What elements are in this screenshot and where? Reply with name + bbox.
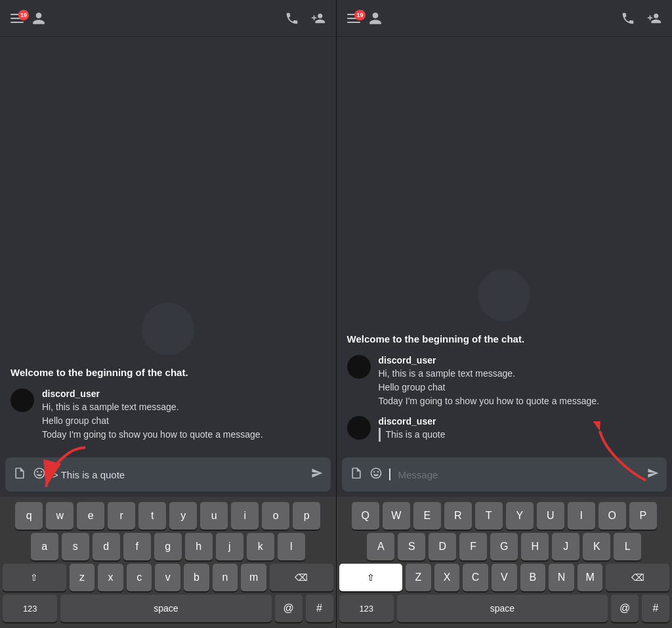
- right-key-A[interactable]: A: [367, 533, 394, 560]
- right-key-T[interactable]: T: [475, 502, 503, 530]
- left-panel: 19 Welcome to the beginning of the chat.…: [0, 0, 336, 628]
- key-q[interactable]: q: [15, 502, 43, 530]
- right-key-hash[interactable]: #: [642, 595, 669, 622]
- key-h[interactable]: h: [185, 533, 213, 560]
- right-message-input[interactable]: [398, 469, 641, 480]
- key-hash[interactable]: #: [306, 595, 333, 622]
- right-key-W[interactable]: W: [383, 502, 410, 530]
- right-key-123[interactable]: 123: [339, 595, 394, 622]
- key-k[interactable]: k: [247, 533, 274, 560]
- key-d[interactable]: d: [93, 533, 120, 560]
- right-call-icon[interactable]: [621, 11, 635, 26]
- right-msg-line-2: Hello group chat: [379, 381, 662, 394]
- right-key-shift[interactable]: ⇧: [339, 564, 403, 591]
- key-r[interactable]: r: [108, 502, 135, 530]
- right-key-D[interactable]: D: [429, 533, 456, 560]
- profile-icon[interactable]: [32, 11, 46, 26]
- right-attachment-icon[interactable]: [350, 467, 363, 483]
- key-z[interactable]: z: [70, 564, 95, 591]
- right-key-K[interactable]: K: [583, 533, 610, 560]
- right-username-1: discord_user: [379, 355, 662, 366]
- left-topbar: 19: [0, 0, 336, 37]
- right-topbar: 19: [337, 0, 673, 37]
- key-f[interactable]: f: [123, 533, 151, 560]
- left-avatar-placeholder: [142, 303, 194, 355]
- right-key-H[interactable]: H: [521, 533, 549, 560]
- add-friend-icon[interactable]: [311, 11, 326, 26]
- right-user-avatar-2: [347, 416, 371, 440]
- left-user-avatar-1: [10, 388, 34, 412]
- notification-badge: 19: [18, 10, 29, 20]
- emoji-icon[interactable]: [33, 467, 46, 483]
- right-key-at[interactable]: @: [611, 595, 639, 622]
- right-profile-icon[interactable]: [368, 11, 383, 26]
- key-b[interactable]: b: [184, 564, 209, 591]
- right-key-P[interactable]: P: [629, 502, 657, 530]
- right-key-V[interactable]: V: [492, 564, 517, 591]
- key-t[interactable]: t: [138, 502, 166, 530]
- hamburger-badge-wrapper[interactable]: 19: [10, 14, 24, 23]
- left-input-bar: > This is a quote: [5, 457, 331, 492]
- key-u[interactable]: u: [200, 502, 228, 530]
- key-j[interactable]: j: [216, 533, 243, 560]
- left-username-1: discord_user: [42, 388, 326, 399]
- key-e[interactable]: e: [77, 502, 104, 530]
- right-key-Q[interactable]: Q: [352, 502, 379, 530]
- left-keyboard: q w e r t y u i o p a s d f g h j k l ⇧ …: [0, 497, 336, 628]
- right-key-U[interactable]: U: [537, 502, 564, 530]
- right-key-S[interactable]: S: [398, 533, 425, 560]
- key-backspace[interactable]: ⌫: [270, 564, 333, 591]
- right-key-X[interactable]: X: [434, 564, 460, 591]
- key-v[interactable]: v: [155, 564, 180, 591]
- key-l[interactable]: l: [278, 533, 305, 560]
- key-i[interactable]: i: [231, 502, 259, 530]
- right-key-G[interactable]: G: [490, 533, 518, 560]
- key-p[interactable]: p: [293, 502, 320, 530]
- left-key-row-4: 123 space @ #: [3, 595, 333, 622]
- right-key-E[interactable]: E: [413, 502, 441, 530]
- key-c[interactable]: c: [127, 564, 152, 591]
- right-emoji-icon[interactable]: [369, 467, 383, 483]
- right-key-backspace[interactable]: ⌫: [606, 564, 669, 591]
- key-y[interactable]: y: [169, 502, 197, 530]
- key-space[interactable]: space: [60, 595, 271, 622]
- right-avatar-placeholder: [478, 269, 530, 322]
- left-input-text[interactable]: > This is a quote: [52, 469, 125, 480]
- right-msg-line-1: Hi, this is a sample text message.: [379, 367, 662, 381]
- left-topbar-left: 19: [10, 11, 46, 26]
- left-chat-area: Welcome to the beginning of the chat. di…: [0, 37, 336, 457]
- key-at[interactable]: @: [275, 595, 303, 622]
- right-key-I[interactable]: I: [568, 502, 595, 530]
- right-key-N[interactable]: N: [549, 564, 574, 591]
- key-o[interactable]: o: [262, 502, 289, 530]
- key-a[interactable]: a: [31, 533, 58, 560]
- right-key-R[interactable]: R: [444, 502, 472, 530]
- right-message-group-1: discord_user Hi, this is a sample text m…: [347, 355, 662, 408]
- key-x[interactable]: x: [98, 564, 123, 591]
- right-key-O[interactable]: O: [598, 502, 626, 530]
- key-shift[interactable]: ⇧: [3, 564, 66, 591]
- right-topbar-left: 19: [347, 11, 383, 26]
- right-keyboard: Q W E R T Y U I O P A S D F G H J K L ⇧ …: [337, 497, 673, 628]
- call-icon[interactable]: [285, 11, 299, 26]
- left-send-button[interactable]: [311, 467, 323, 482]
- key-s[interactable]: s: [62, 533, 89, 560]
- right-send-button[interactable]: [647, 467, 659, 482]
- right-key-M[interactable]: M: [578, 564, 603, 591]
- right-key-C[interactable]: C: [463, 564, 488, 591]
- right-key-F[interactable]: F: [459, 533, 487, 560]
- key-123[interactable]: 123: [3, 595, 57, 622]
- right-key-Y[interactable]: Y: [506, 502, 534, 530]
- key-m[interactable]: m: [241, 564, 266, 591]
- right-key-B[interactable]: B: [520, 564, 546, 591]
- right-add-friend-icon[interactable]: [647, 11, 662, 26]
- key-w[interactable]: w: [46, 502, 74, 530]
- key-n[interactable]: n: [213, 564, 238, 591]
- right-key-Z[interactable]: Z: [406, 564, 431, 591]
- right-hamburger-badge-wrapper[interactable]: 19: [347, 14, 360, 23]
- right-key-J[interactable]: J: [552, 533, 579, 560]
- right-key-L[interactable]: L: [614, 533, 641, 560]
- key-g[interactable]: g: [154, 533, 182, 560]
- attachment-icon[interactable]: [13, 467, 26, 483]
- right-key-space[interactable]: space: [397, 595, 608, 622]
